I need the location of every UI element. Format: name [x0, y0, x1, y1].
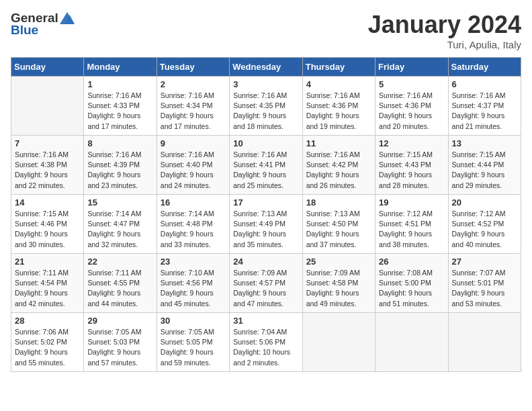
day-number: 26 — [379, 257, 444, 267]
day-info: Sunrise: 7:16 AM Sunset: 4:33 PM Dayligh… — [87, 91, 152, 132]
day-number: 11 — [306, 138, 371, 148]
calendar-cell: 20Sunrise: 7:12 AM Sunset: 4:52 PM Dayli… — [448, 195, 521, 254]
day-info: Sunrise: 7:04 AM Sunset: 5:06 PM Dayligh… — [233, 327, 298, 368]
calendar-cell: 25Sunrise: 7:09 AM Sunset: 4:58 PM Dayli… — [302, 254, 375, 313]
calendar-cell — [302, 313, 375, 372]
calendar-cell: 27Sunrise: 7:07 AM Sunset: 5:01 PM Dayli… — [448, 254, 521, 313]
day-info: Sunrise: 7:16 AM Sunset: 4:42 PM Dayligh… — [306, 150, 371, 191]
day-number: 13 — [452, 138, 517, 148]
calendar-cell — [448, 313, 521, 372]
day-number: 5 — [379, 79, 444, 89]
day-number: 9 — [161, 138, 226, 148]
day-info: Sunrise: 7:09 AM Sunset: 4:57 PM Dayligh… — [233, 268, 298, 309]
page-header: General Blue January 2024 Turi, Apulia, … — [11, 11, 521, 50]
day-number: 3 — [233, 79, 298, 89]
day-number: 17 — [233, 197, 298, 208]
logo: General Blue — [11, 11, 75, 38]
day-info: Sunrise: 7:15 AM Sunset: 4:44 PM Dayligh… — [452, 150, 517, 191]
day-info: Sunrise: 7:06 AM Sunset: 5:02 PM Dayligh… — [15, 327, 80, 368]
calendar-cell — [11, 77, 84, 136]
week-row-1: 7Sunrise: 7:16 AM Sunset: 4:38 PM Daylig… — [11, 136, 521, 195]
day-info: Sunrise: 7:14 AM Sunset: 4:47 PM Dayligh… — [87, 209, 152, 250]
calendar-cell: 17Sunrise: 7:13 AM Sunset: 4:49 PM Dayli… — [230, 195, 302, 254]
day-number: 14 — [15, 197, 80, 208]
day-info: Sunrise: 7:10 AM Sunset: 4:56 PM Dayligh… — [161, 268, 226, 309]
day-number: 23 — [161, 257, 226, 267]
calendar-cell: 2Sunrise: 7:16 AM Sunset: 4:34 PM Daylig… — [157, 77, 229, 136]
day-info: Sunrise: 7:16 AM Sunset: 4:41 PM Dayligh… — [233, 150, 298, 191]
calendar-cell: 30Sunrise: 7:05 AM Sunset: 5:05 PM Dayli… — [157, 313, 229, 372]
week-row-2: 14Sunrise: 7:15 AM Sunset: 4:46 PM Dayli… — [11, 195, 521, 254]
day-info: Sunrise: 7:08 AM Sunset: 5:00 PM Dayligh… — [379, 268, 444, 309]
day-number: 30 — [161, 316, 226, 326]
day-number: 2 — [161, 79, 226, 89]
calendar-cell: 26Sunrise: 7:08 AM Sunset: 5:00 PM Dayli… — [375, 254, 448, 313]
logo-icon — [60, 12, 75, 24]
day-number: 1 — [87, 79, 152, 89]
calendar-cell: 14Sunrise: 7:15 AM Sunset: 4:46 PM Dayli… — [11, 195, 84, 254]
day-number: 6 — [452, 79, 517, 89]
calendar-table: SundayMondayTuesdayWednesdayThursdayFrid… — [11, 57, 521, 372]
day-number: 4 — [306, 79, 371, 89]
day-number: 27 — [452, 257, 517, 267]
week-row-4: 28Sunrise: 7:06 AM Sunset: 5:02 PM Dayli… — [11, 313, 521, 372]
day-info: Sunrise: 7:16 AM Sunset: 4:40 PM Dayligh… — [161, 150, 226, 191]
day-number: 16 — [161, 197, 226, 208]
day-header-wednesday: Wednesday — [230, 58, 302, 77]
day-info: Sunrise: 7:15 AM Sunset: 4:43 PM Dayligh… — [379, 150, 444, 191]
calendar-cell: 16Sunrise: 7:14 AM Sunset: 4:48 PM Dayli… — [157, 195, 229, 254]
day-number: 10 — [233, 138, 298, 148]
day-info: Sunrise: 7:15 AM Sunset: 4:46 PM Dayligh… — [15, 209, 80, 250]
day-number: 24 — [233, 257, 298, 267]
day-info: Sunrise: 7:16 AM Sunset: 4:38 PM Dayligh… — [15, 150, 80, 191]
day-number: 8 — [87, 138, 152, 148]
day-number: 7 — [15, 138, 80, 148]
calendar-cell: 13Sunrise: 7:15 AM Sunset: 4:44 PM Dayli… — [448, 136, 521, 195]
day-info: Sunrise: 7:13 AM Sunset: 4:50 PM Dayligh… — [306, 209, 371, 250]
day-header-thursday: Thursday — [302, 58, 375, 77]
day-number: 29 — [87, 316, 152, 326]
day-info: Sunrise: 7:05 AM Sunset: 5:03 PM Dayligh… — [87, 327, 152, 368]
day-number: 18 — [306, 197, 371, 208]
day-header-sunday: Sunday — [11, 58, 84, 77]
calendar-cell — [375, 313, 448, 372]
day-number: 28 — [15, 316, 80, 326]
calendar-cell: 7Sunrise: 7:16 AM Sunset: 4:38 PM Daylig… — [11, 136, 84, 195]
calendar-cell: 22Sunrise: 7:11 AM Sunset: 4:55 PM Dayli… — [84, 254, 157, 313]
calendar-cell: 28Sunrise: 7:06 AM Sunset: 5:02 PM Dayli… — [11, 313, 84, 372]
day-info: Sunrise: 7:11 AM Sunset: 4:55 PM Dayligh… — [87, 268, 152, 309]
day-number: 31 — [233, 316, 298, 326]
day-info: Sunrise: 7:11 AM Sunset: 4:54 PM Dayligh… — [15, 268, 80, 309]
calendar-cell: 23Sunrise: 7:10 AM Sunset: 4:56 PM Dayli… — [157, 254, 229, 313]
calendar-cell: 3Sunrise: 7:16 AM Sunset: 4:35 PM Daylig… — [230, 77, 302, 136]
calendar-cell: 18Sunrise: 7:13 AM Sunset: 4:50 PM Dayli… — [302, 195, 375, 254]
day-number: 21 — [15, 257, 80, 267]
calendar-location: Turi, Apulia, Italy — [368, 39, 521, 50]
day-number: 19 — [379, 197, 444, 208]
logo-blue: Blue — [11, 23, 38, 38]
calendar-cell: 9Sunrise: 7:16 AM Sunset: 4:40 PM Daylig… — [157, 136, 229, 195]
day-header-monday: Monday — [84, 58, 157, 77]
day-header-tuesday: Tuesday — [157, 58, 229, 77]
day-header-saturday: Saturday — [448, 58, 521, 77]
calendar-cell: 19Sunrise: 7:12 AM Sunset: 4:51 PM Dayli… — [375, 195, 448, 254]
calendar-title: January 2024 — [368, 11, 521, 39]
day-number: 15 — [87, 197, 152, 208]
calendar-cell: 5Sunrise: 7:16 AM Sunset: 4:36 PM Daylig… — [375, 77, 448, 136]
day-number: 25 — [306, 257, 371, 267]
day-info: Sunrise: 7:16 AM Sunset: 4:34 PM Dayligh… — [161, 91, 226, 132]
calendar-cell: 10Sunrise: 7:16 AM Sunset: 4:41 PM Dayli… — [230, 136, 302, 195]
week-row-3: 21Sunrise: 7:11 AM Sunset: 4:54 PM Dayli… — [11, 254, 521, 313]
day-info: Sunrise: 7:12 AM Sunset: 4:52 PM Dayligh… — [452, 209, 517, 250]
calendar-cell: 24Sunrise: 7:09 AM Sunset: 4:57 PM Dayli… — [230, 254, 302, 313]
calendar-cell: 31Sunrise: 7:04 AM Sunset: 5:06 PM Dayli… — [230, 313, 302, 372]
day-number: 22 — [87, 257, 152, 267]
day-info: Sunrise: 7:13 AM Sunset: 4:49 PM Dayligh… — [233, 209, 298, 250]
title-block: January 2024 Turi, Apulia, Italy — [368, 11, 521, 50]
day-header-friday: Friday — [375, 58, 448, 77]
calendar-cell: 6Sunrise: 7:16 AM Sunset: 4:37 PM Daylig… — [448, 77, 521, 136]
day-info: Sunrise: 7:09 AM Sunset: 4:58 PM Dayligh… — [306, 268, 371, 309]
calendar-cell: 11Sunrise: 7:16 AM Sunset: 4:42 PM Dayli… — [302, 136, 375, 195]
day-info: Sunrise: 7:16 AM Sunset: 4:36 PM Dayligh… — [306, 91, 371, 132]
calendar-cell: 15Sunrise: 7:14 AM Sunset: 4:47 PM Dayli… — [84, 195, 157, 254]
